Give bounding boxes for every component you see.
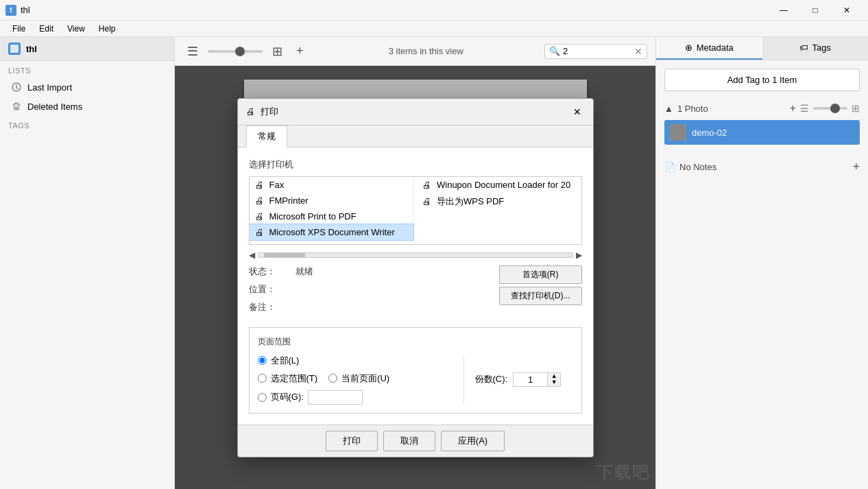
- photo-add-button[interactable]: +: [790, 102, 796, 115]
- radio-selection-label: 选定范围(T): [271, 372, 318, 385]
- printer-winupon-icon: 🖨: [422, 180, 431, 190]
- items-count: 3 items in this view: [313, 46, 539, 56]
- printer-status-area: 状态： 就绪 位置： 备注：: [249, 265, 582, 319]
- printer-xps-icon: 🖨: [255, 227, 264, 237]
- printer-onenote-label: OneNote for Windows 10: [269, 243, 369, 245]
- horizontal-scrollbar[interactable]: [258, 252, 573, 258]
- notes-header: 📄 No Notes +: [664, 156, 860, 178]
- search-input[interactable]: [563, 46, 631, 56]
- printer-list[interactable]: 🖨 Fax 🖨 FMPrinter 🖨 M: [249, 176, 582, 245]
- printer-fax-icon: 🖨: [255, 180, 264, 190]
- printer-winupon-label: Winupon Document Loader for 20: [437, 180, 570, 190]
- apply-button[interactable]: 应用(A): [441, 431, 505, 451]
- printer-wps-icon: 🖨: [422, 196, 431, 206]
- photo-item-name: demo-02: [692, 128, 727, 138]
- notes-add-button[interactable]: +: [852, 160, 860, 174]
- cancel-button[interactable]: 取消: [383, 431, 435, 451]
- sidebar-section-lists: Lists: [0, 61, 174, 77]
- printer-xps-label: Microsoft XPS Document Writer: [269, 227, 395, 237]
- content-toolbar: ☰ ⊞ + 3 items in this view 🔍 ✕: [175, 37, 655, 66]
- last-import-label: Last Import: [27, 82, 72, 93]
- print-title-icon: 🖨: [246, 106, 255, 117]
- printer-pdf-icon: 🖨: [255, 211, 264, 222]
- photo-item[interactable]: demo-02: [664, 120, 860, 145]
- search-box: 🔍 ✕: [544, 44, 647, 59]
- dialog-tab-general[interactable]: 常规: [246, 126, 287, 147]
- grid-view-button[interactable]: ⊞: [268, 41, 287, 62]
- radio-current-input[interactable]: [328, 374, 337, 383]
- menu-edit[interactable]: Edit: [32, 21, 60, 36]
- sidebar-item-deleted-items[interactable]: Deleted Items: [0, 97, 174, 116]
- page-range-grid: 全部(L) 选定范围(T): [258, 355, 573, 405]
- maximize-button[interactable]: □: [799, 0, 831, 21]
- menu-view[interactable]: View: [60, 21, 92, 36]
- sidebar-title: thl: [26, 44, 37, 54]
- tag-icon: 🏷: [799, 43, 808, 53]
- radio-row-2: 选定范围(T) 当前页面(U): [258, 372, 453, 385]
- printer-item-onenote[interactable]: 🖨 OneNote for Windows 10: [250, 240, 414, 245]
- page-number-input[interactable]: [308, 390, 363, 405]
- tab-metadata[interactable]: ⊕ Metadata: [656, 37, 762, 60]
- svg-rect-0: [10, 45, 19, 53]
- minimize-button[interactable]: —: [768, 0, 799, 21]
- radio-all-label: 全部(L): [271, 355, 300, 367]
- add-tag-button[interactable]: Add Tag to 1 Item: [664, 69, 860, 91]
- printer-wps-label: 导出为WPS PDF: [437, 195, 504, 208]
- notes-section: 📄 No Notes +: [664, 156, 860, 178]
- preferences-button[interactable]: 首选项(R): [499, 265, 582, 284]
- sidebar-item-last-import[interactable]: Last Import: [0, 77, 174, 97]
- printer-action-buttons: 首选项(R) 查找打印机(D)...: [499, 265, 582, 305]
- printer-item-wps[interactable]: 🖨 导出为WPS PDF: [417, 193, 581, 211]
- copies-down-button[interactable]: ▼: [548, 379, 560, 386]
- tab-tags[interactable]: 🏷 Tags: [762, 37, 869, 60]
- photo-size-slider[interactable]: [813, 107, 847, 110]
- status-section: 状态： 就绪 位置： 备注：: [249, 265, 494, 319]
- tab-tags-label: Tags: [812, 43, 831, 53]
- copies-input-group: ▲ ▼: [513, 372, 561, 387]
- print-title-text: 打印: [261, 106, 278, 118]
- right-panel-content: Add Tag to 1 Item ▲ 1 Photo + ☰ ⊞: [656, 60, 868, 489]
- find-printer-button[interactable]: 查找打印机(D)...: [499, 287, 582, 305]
- radio-all[interactable]: 全部(L): [258, 355, 453, 367]
- print-dialog-close-button[interactable]: ✕: [570, 104, 585, 119]
- photo-tools: + ☰ ⊞: [790, 102, 860, 115]
- radio-selection[interactable]: 选定范围(T): [258, 372, 318, 385]
- clock-icon: [11, 82, 22, 93]
- radio-pages[interactable]: 页码(G):: [258, 391, 304, 403]
- location-row: 位置：: [249, 283, 494, 296]
- photo-list-icon: ☰: [800, 103, 809, 114]
- radio-current[interactable]: 当前页面(U): [328, 372, 389, 385]
- scroll-left-button[interactable]: ◀: [249, 250, 255, 260]
- printer-item-pdf[interactable]: 🖨 Microsoft Print to PDF: [250, 208, 414, 224]
- radio-pages-input[interactable]: [258, 393, 267, 402]
- printer-item-fmprinter[interactable]: 🖨 FMPrinter: [250, 193, 414, 208]
- radio-all-input[interactable]: [258, 356, 267, 365]
- close-button[interactable]: ✕: [831, 0, 863, 21]
- printer-section-title: 选择打印机: [249, 158, 582, 171]
- scroll-right-button[interactable]: ▶: [576, 250, 582, 260]
- add-button[interactable]: +: [292, 41, 308, 61]
- printer-item-xps[interactable]: 🖨 Microsoft XPS Document Writer: [250, 224, 414, 240]
- status-value: 就绪: [296, 265, 494, 278]
- content-area: ☰ ⊞ + 3 items in this view 🔍 ✕ 甲方：香港大中华投…: [175, 37, 655, 489]
- menu-bar: File Edit View Help: [0, 21, 868, 37]
- photo-section: ▲ 1 Photo + ☰ ⊞ demo-02: [664, 102, 860, 145]
- copies-input[interactable]: [513, 372, 547, 387]
- page-range-title: 页面范围: [258, 336, 573, 348]
- menu-file[interactable]: File: [5, 21, 32, 36]
- radio-selection-input[interactable]: [258, 374, 267, 383]
- page-range-options: 全部(L) 选定范围(T): [258, 355, 453, 405]
- tab-metadata-label: Metadata: [697, 43, 734, 53]
- printer-item-winupon[interactable]: 🖨 Winupon Document Loader for 20: [417, 177, 581, 193]
- print-button[interactable]: 打印: [326, 431, 378, 451]
- search-clear-button[interactable]: ✕: [634, 46, 642, 57]
- print-dialog: 🖨 打印 ✕ 常规 选择打印机: [237, 98, 594, 457]
- list-view-button[interactable]: ☰: [183, 41, 202, 62]
- main-layout: thl Lists Last Import Deleted Items Tags: [0, 37, 868, 489]
- menu-help[interactable]: Help: [92, 21, 123, 36]
- printer-item-fax[interactable]: 🖨 Fax: [250, 177, 414, 193]
- sidebar-section-tags: Tags: [0, 116, 174, 132]
- right-panel: ⊕ Metadata 🏷 Tags Add Tag to 1 Item ▲ 1 …: [655, 37, 868, 489]
- zoom-slider[interactable]: [208, 50, 263, 53]
- radio-pages-label: 页码(G):: [271, 391, 304, 403]
